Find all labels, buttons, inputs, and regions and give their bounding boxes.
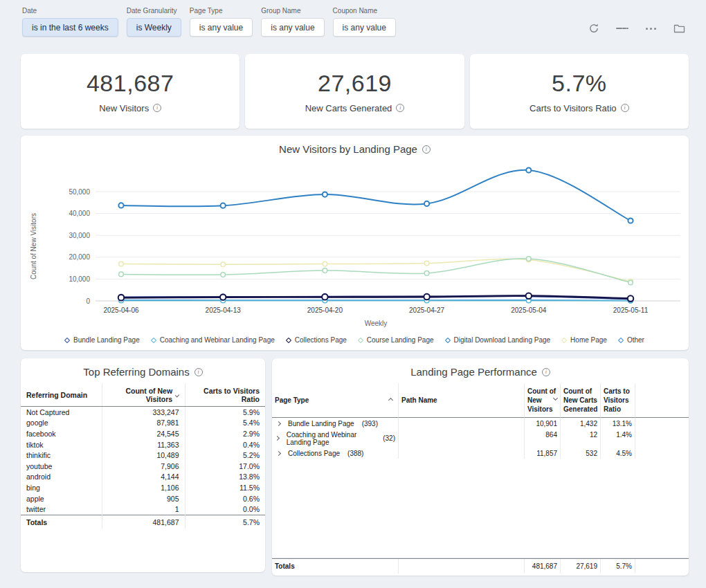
kpi-value: 481,687	[87, 70, 174, 97]
filter-bar: Date is in the last 6 weeks Date Granula…	[22, 7, 396, 37]
table-cell: 5.4%	[185, 418, 265, 429]
info-icon[interactable]	[542, 368, 550, 376]
filter-chip-group-name[interactable]: is any value	[261, 18, 324, 37]
table-cell: bing	[21, 482, 102, 493]
row-count: (388)	[347, 450, 363, 457]
svg-text:20,000: 20,000	[69, 253, 90, 261]
table-row[interactable]: twitter10.0%	[21, 504, 265, 515]
filter-label: Date Granularity	[127, 7, 181, 15]
kpi-label: New Carts Generated	[305, 103, 392, 113]
table-cell: 24,545	[102, 428, 185, 439]
expand-row-icon[interactable]	[275, 452, 282, 455]
expand-row-icon[interactable]	[275, 422, 282, 425]
table-cell: tiktok	[21, 439, 102, 450]
svg-text:2025-04-20: 2025-04-20	[307, 306, 343, 314]
page-type-cell[interactable]: Bundle Landing Page(393)	[272, 418, 398, 429]
legend-item[interactable]: Other	[619, 336, 644, 344]
more-options-icon[interactable]	[644, 22, 657, 35]
filter-coupon-name: Coupon Name is any value	[333, 7, 396, 37]
svg-text:10,000: 10,000	[69, 275, 90, 283]
visitors-cell: 10,901	[524, 418, 560, 429]
table-cell: 5.2%	[185, 450, 265, 461]
line-chart[interactable]: 010,00020,00030,00040,00050,0002025-04-0…	[26, 159, 684, 333]
filter-chip-date[interactable]: is in the last 6 weeks	[22, 18, 118, 37]
folder-icon[interactable]	[673, 22, 685, 35]
table-cell: 4,144	[102, 472, 185, 483]
kpi-row: 481,687 New Visitors 27,619 New Carts Ge…	[21, 54, 689, 129]
chart-title: New Visitors by Landing Page	[279, 143, 417, 155]
table-row[interactable]: thinkific10,4895.2%	[21, 450, 265, 461]
info-icon[interactable]	[422, 145, 431, 154]
legend-label: Home Page	[570, 336, 607, 344]
filter-page-type: Page Type is any value	[190, 7, 253, 37]
column-header-page-type[interactable]: Page Type	[272, 383, 398, 418]
table-cell: 7,906	[102, 461, 185, 472]
legend-label: Course Landing Page	[367, 336, 434, 344]
expand-row-icon[interactable]	[275, 437, 280, 440]
table-cell: google	[21, 418, 102, 429]
table-row[interactable]: tiktok11,3630.4%	[21, 439, 265, 450]
filler-cell	[635, 418, 689, 429]
table-cell: 905	[102, 493, 185, 504]
legend-item[interactable]: Digital Download Landing Page	[446, 336, 551, 344]
column-header-path-name[interactable]: Path Name	[398, 383, 524, 418]
info-icon[interactable]	[194, 368, 203, 376]
table-cell: android	[21, 472, 102, 483]
refresh-icon[interactable]	[588, 22, 600, 35]
table-row[interactable]: Not Captured333,2475.9%	[21, 407, 265, 418]
totals-label: Totals	[272, 559, 398, 573]
chart-legend: Bundle Landing PageCoaching and Webinar …	[21, 336, 689, 344]
table-row[interactable]: youtube7,90617.0%	[21, 461, 265, 472]
column-header-count-of-new-visitors[interactable]: Count of New Visitors	[524, 383, 560, 418]
filter-label: Coupon Name	[333, 7, 396, 15]
carts-cell: 12	[560, 429, 600, 448]
filters-icon[interactable]	[616, 22, 628, 35]
page-type-label: Coaching and Webinar Landing Page	[287, 431, 375, 446]
filler-cell	[635, 429, 689, 448]
table-cell: youtube	[21, 461, 102, 472]
filter-chip-date-granularity[interactable]: is Weekly	[127, 18, 181, 37]
filter-chip-page-type[interactable]: is any value	[190, 18, 253, 37]
table-row[interactable]: android4,14413.8%	[21, 472, 265, 483]
table-cell: twitter	[21, 504, 102, 515]
legend-label: Digital Download Landing Page	[454, 336, 551, 344]
column-header-filler	[635, 383, 689, 418]
kpi-label: New Visitors	[99, 103, 149, 113]
table-row[interactable]: bing1,10611.5%	[21, 482, 265, 493]
column-header-carts-to-visitors-ratio[interactable]: Carts to Visitors Ratio	[185, 383, 265, 407]
table-row[interactable]: facebook24,5452.9%	[21, 428, 265, 439]
table-cell: 0.4%	[185, 439, 265, 450]
carts-cell: 532	[560, 448, 600, 459]
legend-marker-icon	[444, 337, 450, 342]
legend-marker-icon	[561, 337, 567, 342]
column-header-referring-domain[interactable]: Referring Domain	[21, 383, 102, 407]
table-row[interactable]: apple9050.6%	[21, 493, 265, 504]
table-row[interactable]: google87,9815.4%	[21, 418, 265, 429]
visitors-cell: 11,857	[524, 448, 560, 459]
table-cell: 333,247	[102, 407, 185, 418]
legend-item[interactable]: Bundle Landing Page	[65, 336, 140, 344]
kpi-value: 5.7%	[552, 70, 607, 97]
page-type-cell[interactable]: Collections Page(388)	[272, 448, 398, 459]
filter-date-granularity: Date Granularity is Weekly	[127, 7, 181, 37]
legend-item[interactable]: Home Page	[562, 336, 607, 344]
column-header-count-of-new-carts-generated[interactable]: Count of New Carts Generated	[560, 383, 600, 418]
kpi-value: 27,619	[318, 70, 392, 97]
table-cell: 2.9%	[185, 428, 265, 439]
table-title: Landing Page Performance	[410, 366, 537, 378]
column-header-count-of-new-visitors[interactable]: Count of New Visitors	[102, 383, 185, 407]
visitors-cell: 864	[524, 429, 560, 448]
svg-text:2025-04-27: 2025-04-27	[409, 306, 445, 314]
legend-item[interactable]: Course Landing Page	[359, 336, 434, 344]
column-header-carts-to-visitors-ratio[interactable]: Carts to Visitors Ratio	[600, 383, 635, 418]
info-icon[interactable]	[153, 104, 161, 112]
info-icon[interactable]	[621, 104, 629, 112]
legend-item[interactable]: Collections Page	[287, 336, 347, 344]
legend-item[interactable]: Coaching and Webinar Landing Page	[152, 336, 275, 344]
info-icon[interactable]	[396, 104, 404, 112]
table-tile-landing-page-performance: Landing Page Performance Page Type Path …	[272, 358, 689, 576]
table-cell: Totals	[21, 515, 102, 529]
filter-chip-coupon-name[interactable]: is any value	[333, 18, 396, 37]
page-type-cell[interactable]: Coaching and Webinar Landing Page(32)	[272, 429, 398, 448]
page-type-label: Collections Page	[288, 450, 340, 457]
